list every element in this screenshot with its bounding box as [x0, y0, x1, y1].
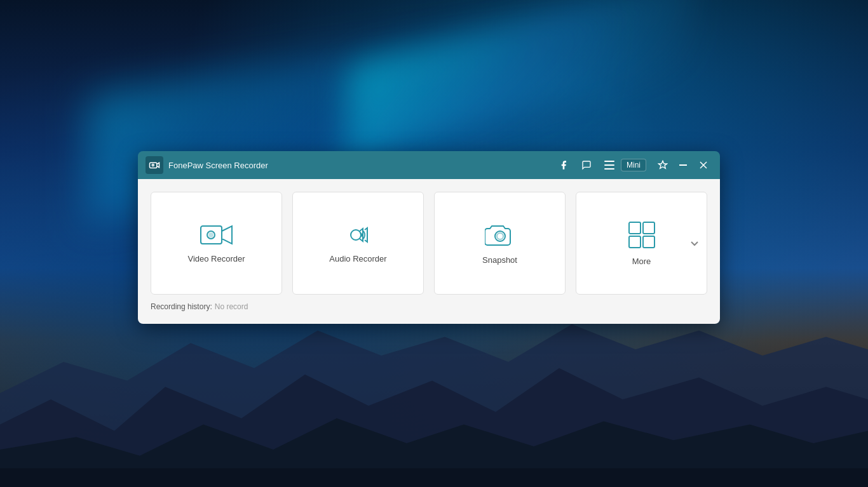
audio-recorder-icon	[342, 223, 375, 246]
audio-recorder-label: Audio Recorder	[329, 254, 386, 264]
pin-button[interactable]	[654, 156, 672, 174]
svg-rect-4	[150, 163, 157, 168]
svg-rect-21	[643, 236, 654, 248]
svg-rect-19	[643, 222, 654, 234]
close-button[interactable]	[695, 156, 712, 174]
chat-icon[interactable]	[580, 159, 593, 171]
svg-rect-3	[0, 468, 868, 487]
chevron-down-icon	[690, 238, 699, 248]
more-label: More	[632, 257, 651, 266]
window-controls	[654, 156, 712, 174]
titlebar: FonePaw Screen Recorder	[138, 151, 720, 179]
snapshot-icon	[485, 222, 515, 248]
app-window: FonePaw Screen Recorder	[138, 151, 720, 324]
mini-button[interactable]: Mini	[621, 159, 646, 171]
svg-rect-6	[604, 161, 614, 162]
snapshot-card[interactable]: Snapshot	[434, 192, 566, 295]
facebook-icon[interactable]	[557, 159, 570, 171]
svg-rect-7	[604, 164, 614, 166]
titlebar-action-icons	[557, 159, 616, 171]
recording-history-value: No record	[215, 302, 248, 311]
svg-point-14	[209, 233, 213, 237]
main-content: Video Recorder Audio Recor	[138, 179, 720, 324]
svg-point-5	[152, 164, 154, 166]
menu-icon[interactable]	[603, 159, 616, 171]
svg-point-15	[351, 230, 361, 240]
app-logo	[146, 156, 163, 174]
svg-rect-9	[679, 164, 687, 166]
recording-history-label: Recording history:	[151, 302, 212, 311]
svg-point-17	[497, 233, 503, 239]
svg-rect-18	[629, 222, 641, 234]
svg-rect-8	[604, 168, 614, 170]
more-card[interactable]: More	[576, 192, 707, 295]
cards-row: Video Recorder Audio Recor	[151, 192, 707, 295]
status-bar: Recording history: No record	[151, 302, 707, 311]
minimize-button[interactable]	[674, 156, 692, 174]
svg-rect-20	[629, 236, 641, 248]
snapshot-label: Snapshot	[482, 255, 517, 265]
video-recorder-icon	[200, 223, 233, 246]
video-recorder-card[interactable]: Video Recorder	[151, 192, 282, 295]
more-icon	[628, 221, 656, 249]
app-title: FonePaw Screen Recorder	[168, 161, 552, 170]
video-recorder-label: Video Recorder	[187, 254, 245, 264]
audio-recorder-card[interactable]: Audio Recorder	[292, 192, 424, 295]
